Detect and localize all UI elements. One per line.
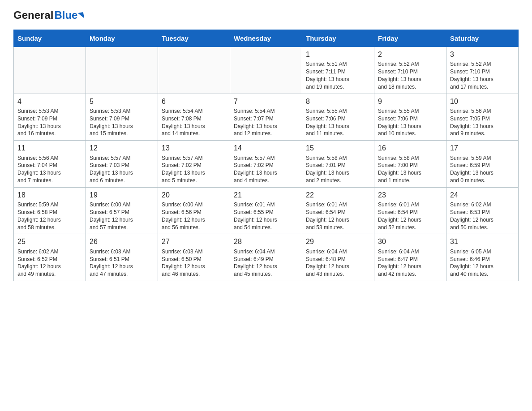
logo: General Blue [13, 9, 84, 21]
day-number: 20 [162, 190, 226, 200]
day-info: Sunrise: 6:03 AM Sunset: 6:50 PM Dayligh… [162, 248, 226, 278]
calendar-cell: 28Sunrise: 6:04 AM Sunset: 6:49 PM Dayli… [230, 234, 302, 281]
day-number: 30 [378, 237, 442, 247]
day-number: 3 [450, 50, 515, 60]
calendar-cell: 4Sunrise: 5:53 AM Sunset: 7:09 PM Daylig… [14, 94, 86, 141]
calendar-cell: 31Sunrise: 6:05 AM Sunset: 6:46 PM Dayli… [446, 234, 519, 281]
calendar-cell: 18Sunrise: 5:59 AM Sunset: 6:58 PM Dayli… [14, 187, 86, 234]
day-number: 4 [17, 97, 82, 107]
calendar-cell [158, 47, 230, 94]
calendar-cell: 25Sunrise: 6:02 AM Sunset: 6:52 PM Dayli… [14, 234, 86, 281]
calendar-table: SundayMondayTuesdayWednesdayThursdayFrid… [13, 30, 519, 281]
day-info: Sunrise: 6:00 AM Sunset: 6:57 PM Dayligh… [90, 201, 154, 231]
day-info: Sunrise: 5:54 AM Sunset: 7:08 PM Dayligh… [162, 107, 226, 137]
day-number: 25 [17, 237, 82, 247]
day-header-thursday: Thursday [302, 30, 374, 47]
calendar-cell: 29Sunrise: 6:04 AM Sunset: 6:48 PM Dayli… [302, 234, 374, 281]
calendar-cell: 30Sunrise: 6:04 AM Sunset: 6:47 PM Dayli… [374, 234, 446, 281]
calendar-body: 1Sunrise: 5:51 AM Sunset: 7:11 PM Daylig… [14, 47, 519, 281]
calendar-cell: 23Sunrise: 6:01 AM Sunset: 6:54 PM Dayli… [374, 187, 446, 234]
calendar-cell: 20Sunrise: 6:00 AM Sunset: 6:56 PM Dayli… [158, 187, 230, 234]
day-info: Sunrise: 6:04 AM Sunset: 6:49 PM Dayligh… [234, 248, 298, 278]
day-number: 7 [234, 97, 298, 107]
day-number: 24 [450, 190, 515, 200]
calendar-cell: 15Sunrise: 5:58 AM Sunset: 7:01 PM Dayli… [302, 141, 374, 188]
logo-general-text: General [13, 9, 53, 21]
day-number: 28 [234, 237, 298, 247]
day-info: Sunrise: 5:57 AM Sunset: 7:02 PM Dayligh… [234, 154, 298, 184]
day-number: 17 [450, 143, 515, 153]
day-headers-row: SundayMondayTuesdayWednesdayThursdayFrid… [14, 30, 519, 47]
calendar-cell: 26Sunrise: 6:03 AM Sunset: 6:51 PM Dayli… [86, 234, 158, 281]
day-number: 10 [450, 97, 515, 107]
day-number: 9 [378, 97, 442, 107]
day-info: Sunrise: 5:56 AM Sunset: 7:04 PM Dayligh… [17, 154, 82, 184]
day-info: Sunrise: 5:59 AM Sunset: 6:59 PM Dayligh… [450, 154, 515, 184]
day-number: 8 [306, 97, 370, 107]
calendar-cell: 19Sunrise: 6:00 AM Sunset: 6:57 PM Dayli… [86, 187, 158, 234]
day-header-tuesday: Tuesday [158, 30, 230, 47]
logo-blue-text: Blue [54, 9, 77, 21]
day-info: Sunrise: 6:04 AM Sunset: 6:48 PM Dayligh… [306, 248, 370, 278]
day-info: Sunrise: 5:58 AM Sunset: 7:01 PM Dayligh… [306, 154, 370, 184]
calendar-cell: 12Sunrise: 5:57 AM Sunset: 7:03 PM Dayli… [86, 141, 158, 188]
day-info: Sunrise: 5:55 AM Sunset: 7:06 PM Dayligh… [306, 107, 370, 137]
day-number: 18 [17, 190, 82, 200]
calendar-cell [230, 47, 302, 94]
day-number: 1 [306, 50, 370, 60]
day-number: 16 [378, 143, 442, 153]
day-number: 23 [378, 190, 442, 200]
day-info: Sunrise: 6:03 AM Sunset: 6:51 PM Dayligh… [90, 248, 154, 278]
calendar-cell: 24Sunrise: 6:02 AM Sunset: 6:53 PM Dayli… [446, 187, 519, 234]
calendar-cell: 17Sunrise: 5:59 AM Sunset: 6:59 PM Dayli… [446, 141, 519, 188]
calendar-cell: 13Sunrise: 5:57 AM Sunset: 7:02 PM Dayli… [158, 141, 230, 188]
calendar-week-4: 18Sunrise: 5:59 AM Sunset: 6:58 PM Dayli… [14, 187, 519, 234]
calendar-cell [14, 47, 86, 94]
day-info: Sunrise: 6:05 AM Sunset: 6:46 PM Dayligh… [450, 248, 515, 278]
day-number: 5 [90, 97, 154, 107]
calendar-cell: 10Sunrise: 5:56 AM Sunset: 7:05 PM Dayli… [446, 94, 519, 141]
day-number: 27 [162, 237, 226, 247]
calendar-cell: 21Sunrise: 6:01 AM Sunset: 6:55 PM Dayli… [230, 187, 302, 234]
day-info: Sunrise: 5:55 AM Sunset: 7:06 PM Dayligh… [378, 107, 442, 137]
day-info: Sunrise: 5:53 AM Sunset: 7:09 PM Dayligh… [90, 107, 154, 137]
day-info: Sunrise: 6:04 AM Sunset: 6:47 PM Dayligh… [378, 248, 442, 278]
calendar-cell: 1Sunrise: 5:51 AM Sunset: 7:11 PM Daylig… [302, 47, 374, 94]
day-number: 2 [378, 50, 442, 60]
calendar-cell: 9Sunrise: 5:55 AM Sunset: 7:06 PM Daylig… [374, 94, 446, 141]
day-number: 31 [450, 237, 515, 247]
day-info: Sunrise: 6:01 AM Sunset: 6:55 PM Dayligh… [234, 201, 298, 231]
day-number: 15 [306, 143, 370, 153]
calendar-cell: 7Sunrise: 5:54 AM Sunset: 7:07 PM Daylig… [230, 94, 302, 141]
calendar-cell: 27Sunrise: 6:03 AM Sunset: 6:50 PM Dayli… [158, 234, 230, 281]
logo-arrow-icon [78, 12, 84, 19]
page-header: General Blue [13, 9, 519, 21]
day-number: 13 [162, 143, 226, 153]
day-number: 12 [90, 143, 154, 153]
day-number: 14 [234, 143, 298, 153]
day-info: Sunrise: 5:52 AM Sunset: 7:10 PM Dayligh… [450, 60, 515, 90]
day-number: 6 [162, 97, 226, 107]
calendar-cell: 14Sunrise: 5:57 AM Sunset: 7:02 PM Dayli… [230, 141, 302, 188]
calendar-cell: 6Sunrise: 5:54 AM Sunset: 7:08 PM Daylig… [158, 94, 230, 141]
day-number: 11 [17, 143, 82, 153]
day-info: Sunrise: 5:54 AM Sunset: 7:07 PM Dayligh… [234, 107, 298, 137]
day-number: 21 [234, 190, 298, 200]
day-number: 22 [306, 190, 370, 200]
day-info: Sunrise: 6:01 AM Sunset: 6:54 PM Dayligh… [306, 201, 370, 231]
calendar-cell: 22Sunrise: 6:01 AM Sunset: 6:54 PM Dayli… [302, 187, 374, 234]
day-info: Sunrise: 6:02 AM Sunset: 6:53 PM Dayligh… [450, 201, 515, 231]
day-number: 19 [90, 190, 154, 200]
day-info: Sunrise: 5:52 AM Sunset: 7:10 PM Dayligh… [378, 60, 442, 90]
day-info: Sunrise: 5:53 AM Sunset: 7:09 PM Dayligh… [17, 107, 82, 137]
day-info: Sunrise: 5:56 AM Sunset: 7:05 PM Dayligh… [450, 107, 515, 137]
calendar-week-1: 1Sunrise: 5:51 AM Sunset: 7:11 PM Daylig… [14, 47, 519, 94]
day-info: Sunrise: 6:00 AM Sunset: 6:56 PM Dayligh… [162, 201, 226, 231]
day-info: Sunrise: 5:57 AM Sunset: 7:02 PM Dayligh… [162, 154, 226, 184]
calendar-cell: 8Sunrise: 5:55 AM Sunset: 7:06 PM Daylig… [302, 94, 374, 141]
day-info: Sunrise: 5:58 AM Sunset: 7:00 PM Dayligh… [378, 154, 442, 184]
day-header-monday: Monday [86, 30, 158, 47]
calendar-week-2: 4Sunrise: 5:53 AM Sunset: 7:09 PM Daylig… [14, 94, 519, 141]
day-info: Sunrise: 5:51 AM Sunset: 7:11 PM Dayligh… [306, 60, 370, 90]
calendar-cell: 5Sunrise: 5:53 AM Sunset: 7:09 PM Daylig… [86, 94, 158, 141]
